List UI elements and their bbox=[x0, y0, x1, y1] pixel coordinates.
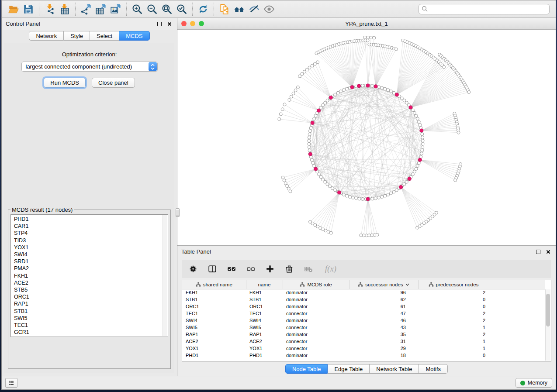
tab-style[interactable]: Style bbox=[64, 31, 90, 41]
float-panel-icon[interactable] bbox=[156, 21, 163, 28]
table-row[interactable]: PHD1PHD1dominator180 bbox=[182, 352, 545, 359]
tab-network-table[interactable]: Network Table bbox=[370, 364, 419, 374]
add-column-button[interactable] bbox=[265, 264, 275, 274]
open-folder-icon bbox=[8, 3, 19, 15]
network-canvas[interactable] bbox=[177, 30, 556, 245]
mcds-result-item[interactable]: RAP1 bbox=[14, 300, 165, 307]
cell-mcds_role: dominator bbox=[283, 352, 349, 359]
tab-network[interactable]: Network bbox=[29, 31, 64, 41]
table-tabs-row: Node TableEdge TableNetwork TableMotifs bbox=[177, 362, 556, 376]
export-table-button[interactable] bbox=[93, 2, 108, 16]
tab-mcds[interactable]: MCDS bbox=[119, 31, 149, 41]
toolbar-separator bbox=[192, 3, 193, 16]
cell-name: SWI4 bbox=[246, 317, 283, 324]
cell-shared_name: TEC1 bbox=[182, 310, 246, 317]
mcds-result-item[interactable]: SWI5 bbox=[14, 315, 165, 322]
mcds-result-listbox[interactable]: PHD1CAR1STP4TID3YOX1SWI4SRD1PMA2FKH1ACE2… bbox=[10, 214, 168, 337]
table-row[interactable]: YOX1YOX1connector291 bbox=[182, 345, 545, 352]
save-button[interactable] bbox=[21, 2, 36, 16]
mcds-result-item[interactable]: ACE2 bbox=[14, 279, 165, 286]
column-header-name[interactable]: name bbox=[246, 280, 283, 289]
table-row[interactable]: FKH1FKH1dominator962 bbox=[182, 289, 545, 296]
mcds-result-item[interactable]: STB5 bbox=[14, 286, 165, 293]
search-input[interactable] bbox=[419, 4, 550, 14]
delete-table-button bbox=[303, 264, 314, 274]
toolbar-separator bbox=[39, 3, 39, 16]
window-close-button[interactable] bbox=[181, 21, 187, 26]
export-image-button[interactable] bbox=[108, 2, 123, 16]
tab-select[interactable]: Select bbox=[90, 31, 119, 41]
mcds-result-item[interactable]: SRD1 bbox=[14, 258, 165, 265]
cell-successor_nodes: 96 bbox=[349, 289, 418, 296]
open-folder-button[interactable] bbox=[6, 2, 21, 16]
copy-network-button[interactable] bbox=[217, 2, 232, 16]
mcds-result-item[interactable]: SWI4 bbox=[14, 251, 165, 258]
column-header-successor_nodes[interactable]: successor nodes bbox=[349, 280, 418, 289]
column-header-predecessor_nodes[interactable]: predecessor nodes bbox=[418, 280, 489, 289]
table-row[interactable]: SWI4SWI4dominator462 bbox=[182, 317, 545, 324]
import-table-button[interactable] bbox=[57, 2, 72, 16]
mcds-list-scrollbar[interactable] bbox=[163, 215, 167, 336]
network-graph[interactable] bbox=[177, 30, 556, 245]
cell-name: ORC1 bbox=[246, 303, 283, 310]
memory-button[interactable]: Memory bbox=[515, 378, 552, 388]
table-options-gear-button[interactable] bbox=[188, 264, 198, 274]
tab-node-table[interactable]: Node Table bbox=[285, 364, 328, 374]
window-minimize-button[interactable] bbox=[190, 21, 195, 26]
first-neighbors-button[interactable] bbox=[232, 2, 247, 16]
table-row[interactable]: TEC1TEC1connector472 bbox=[182, 310, 545, 317]
mcds-result-item[interactable]: TEC1 bbox=[14, 322, 165, 329]
panel-splitter-handle[interactable] bbox=[176, 208, 180, 217]
tab-edge-table[interactable]: Edge Table bbox=[328, 364, 370, 374]
mcds-result-item[interactable]: YOX1 bbox=[14, 244, 165, 251]
refresh-button[interactable] bbox=[196, 2, 211, 16]
zoom-in-icon bbox=[131, 3, 143, 15]
float-table-panel-icon[interactable] bbox=[535, 248, 542, 255]
column-header-shared_name[interactable]: shared name bbox=[182, 280, 246, 289]
mcds-result-item[interactable]: STP4 bbox=[14, 230, 165, 237]
control-panel-title: Control Panel bbox=[6, 21, 153, 27]
delete-column-button[interactable] bbox=[284, 264, 294, 274]
table-scrollbar[interactable] bbox=[545, 289, 550, 361]
deselect-all-rows-icon bbox=[246, 264, 256, 274]
table-row[interactable]: ACE2ACE2connector311 bbox=[182, 338, 545, 345]
table-row[interactable]: RAP1RAP1dominator352 bbox=[182, 331, 545, 338]
zoom-out-button[interactable] bbox=[145, 2, 159, 16]
cell-mcds_role: dominator bbox=[283, 289, 349, 296]
show-column-button[interactable] bbox=[207, 264, 218, 274]
select-all-rows-button[interactable] bbox=[226, 264, 237, 274]
cell-mcds_role: dominator bbox=[283, 303, 349, 310]
mcds-result-item[interactable]: FKH1 bbox=[14, 272, 165, 279]
show-all-button[interactable] bbox=[262, 2, 277, 16]
mcds-result-item[interactable]: TID3 bbox=[14, 237, 165, 244]
close-panel-button[interactable]: Close panel bbox=[92, 78, 135, 88]
task-history-button[interactable] bbox=[5, 378, 17, 388]
optimization-criterion-select[interactable]: largest connected component (undirected) bbox=[21, 62, 158, 72]
mcds-result-item[interactable]: PHD1 bbox=[14, 216, 165, 223]
table-row[interactable]: SWI5SWI5connector431 bbox=[182, 324, 545, 331]
deselect-all-rows-button[interactable] bbox=[246, 264, 256, 274]
table-scrollbar-thumb[interactable] bbox=[546, 294, 550, 327]
export-table-icon bbox=[95, 3, 107, 15]
zoom-fit-button[interactable] bbox=[159, 2, 174, 16]
search-icon bbox=[422, 6, 428, 12]
mcds-result-item[interactable]: STB1 bbox=[14, 308, 165, 315]
zoom-in-button[interactable] bbox=[130, 2, 145, 16]
table-row[interactable]: ORC1ORC1dominator610 bbox=[182, 303, 545, 310]
close-table-panel-icon[interactable] bbox=[545, 248, 552, 255]
table-row[interactable]: STB1STB1dominator620 bbox=[182, 296, 545, 303]
zoom-selected-button[interactable] bbox=[174, 2, 189, 16]
run-mcds-button[interactable]: Run MCDS bbox=[44, 78, 86, 88]
export-network-button[interactable] bbox=[79, 2, 93, 16]
mcds-result-item[interactable]: CAR1 bbox=[14, 223, 165, 230]
mcds-result-item[interactable]: PMA2 bbox=[14, 265, 165, 272]
import-network-button[interactable] bbox=[42, 2, 57, 16]
table-panel-title: Table Panel bbox=[181, 248, 532, 255]
window-zoom-button[interactable] bbox=[199, 21, 204, 26]
mcds-result-item[interactable]: GCR1 bbox=[14, 329, 165, 336]
mcds-result-item[interactable]: ORC1 bbox=[14, 293, 165, 300]
hide-selected-button[interactable] bbox=[247, 2, 262, 16]
column-header-mcds_role[interactable]: MCDS role bbox=[283, 280, 349, 289]
close-panel-icon[interactable] bbox=[166, 21, 173, 28]
tab-motifs[interactable]: Motifs bbox=[419, 364, 448, 374]
